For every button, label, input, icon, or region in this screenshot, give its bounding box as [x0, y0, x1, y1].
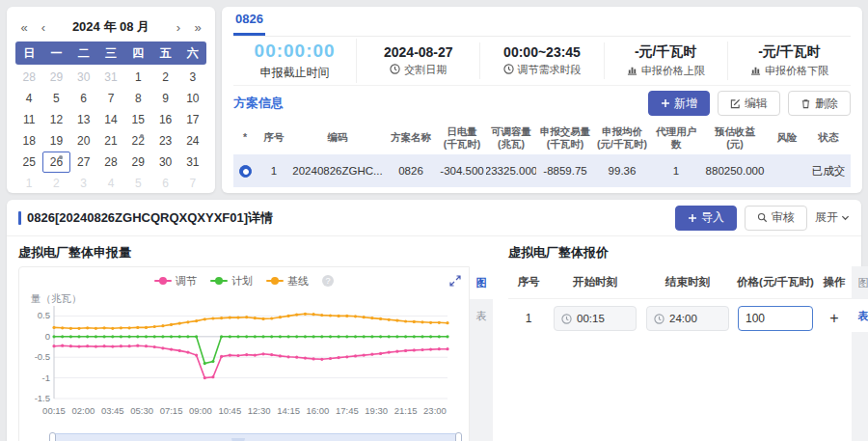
calendar-day[interactable]: 3 [179, 67, 206, 88]
calendar-day[interactable]: 25 [15, 152, 42, 173]
weekday-label: 六 [179, 45, 206, 62]
calendar-panel: « ‹ 2024 年 08 月 › » 日 一 二 三 四 五 六 282930… [7, 7, 215, 193]
add-button[interactable]: 新增 [648, 91, 710, 116]
calendar-day[interactable]: 26 [42, 152, 69, 173]
col-header: 申报交易量 (千瓦时) [536, 122, 594, 154]
tab-chart-view[interactable]: 图 [470, 266, 493, 299]
calendar-day[interactable]: 29 [124, 152, 151, 173]
tab-0826[interactable]: 0826 [233, 12, 265, 36]
calendar-day[interactable]: 4 [97, 173, 124, 194]
svg-text:-1.5: -1.5 [35, 393, 50, 403]
svg-text:19:30: 19:30 [365, 405, 388, 416]
calendar-day[interactable]: 22 [124, 130, 151, 152]
cell-adjustable-capacity: 23325.000 [486, 154, 536, 187]
calendar-day[interactable]: 7 [179, 173, 206, 194]
next-year-icon[interactable]: » [191, 20, 204, 35]
cell-code: 20240826ZGHC... [291, 154, 384, 187]
calendar-day[interactable]: 1 [15, 173, 42, 194]
calendar-day[interactable]: 4 [15, 88, 42, 109]
weekday-label: 四 [124, 45, 151, 62]
calendar-day[interactable]: 21 [97, 130, 124, 152]
fullscreen-icon[interactable] [449, 275, 461, 289]
datazoom-right-handle[interactable] [455, 432, 462, 441]
cell-status: 已成交 [806, 154, 851, 187]
weekday-label: 二 [70, 45, 97, 62]
add-row-button[interactable]: + [829, 311, 838, 326]
calendar-day[interactable]: 28 [15, 67, 42, 88]
calendar-day[interactable]: 16 [151, 109, 178, 130]
calendar-day[interactable]: 18 [15, 130, 42, 152]
calendar-day[interactable]: 14 [97, 109, 124, 130]
summary-price-lower: -元/千瓦时 申报价格下限 [728, 41, 851, 80]
price-input[interactable] [738, 306, 813, 331]
calendar-day[interactable]: 9 [151, 88, 178, 109]
svg-text:02:00: 02:00 [71, 405, 95, 416]
tab-table-view[interactable]: 表 [470, 299, 493, 332]
calendar-day[interactable]: 31 [179, 152, 206, 173]
calendar-day[interactable]: 5 [124, 173, 151, 194]
legend-item[interactable]: 计划 [210, 274, 253, 289]
datazoom-left-handle[interactable] [49, 432, 56, 441]
calendar-day[interactable]: 28 [97, 152, 124, 173]
quote-wrap: 序号 开始时刻 结束时刻 价格(元/千瓦时) 操作 1 00:15 [508, 266, 868, 441]
legend-item[interactable]: 调节 [154, 274, 197, 289]
calendar-day[interactable]: 20 [70, 130, 97, 152]
svg-text:16:00: 16:00 [307, 405, 330, 416]
declaration-chart-box: 调节计划基线? 量（兆瓦） 0.50-0.5-1-1.500:1502:0003… [18, 266, 470, 441]
col-header: 日电量 (千瓦时) [438, 122, 486, 154]
review-button[interactable]: 审核 [745, 206, 807, 231]
col-header: 风险 [768, 122, 806, 154]
calendar-day[interactable]: 29 [42, 67, 69, 88]
detail-title: 0826[20240826ZGHCQRQXQXYXF01]详情 [18, 209, 273, 227]
calendar-day[interactable]: 31 [97, 67, 124, 88]
calendar-day[interactable]: 7 [97, 88, 124, 109]
deadline-label: 申报截止时间 [233, 65, 356, 81]
calendar-day[interactable]: 2 [151, 67, 178, 88]
edit-icon [730, 98, 741, 109]
tab-table-view[interactable]: 表 [852, 299, 868, 332]
expand-toggle[interactable]: 展开 [815, 206, 850, 231]
calendar-day[interactable]: 2 [42, 173, 69, 194]
prev-month-icon[interactable]: ‹ [37, 20, 50, 35]
price-upper-value: -元/千瓦时 [605, 43, 727, 61]
legend-help-icon[interactable]: ? [322, 275, 334, 287]
delete-button[interactable]: 删除 [788, 91, 851, 116]
calendar-day[interactable]: 15 [124, 109, 151, 130]
calendar-day[interactable]: 12 [42, 109, 69, 130]
tab-chart-view[interactable]: 图 [852, 266, 868, 299]
calendar-day[interactable]: 30 [70, 67, 97, 88]
calendar-day[interactable]: 10 [179, 88, 206, 109]
calendar-day[interactable]: 6 [70, 88, 97, 109]
svg-text:00:15: 00:15 [42, 405, 66, 416]
start-time-field[interactable]: 00:15 [554, 306, 637, 331]
calendar-day[interactable]: 17 [179, 109, 206, 130]
row-radio[interactable] [239, 165, 252, 178]
import-button[interactable]: 导入 [675, 206, 737, 231]
prev-year-icon[interactable]: « [17, 20, 31, 35]
price-lower-value: -元/千瓦时 [728, 43, 851, 61]
edit-button[interactable]: 编辑 [718, 91, 780, 116]
calendar-day[interactable]: 1 [124, 67, 151, 88]
chart-datazoom-slider[interactable] [50, 433, 461, 441]
end-time-field[interactable]: 24:00 [646, 306, 729, 331]
calendar-day[interactable]: 6 [151, 173, 178, 194]
cell-estimated-revenue: 880250.000 [702, 154, 768, 187]
legend-item[interactable]: 基线 [266, 274, 309, 289]
next-month-icon[interactable]: › [172, 20, 185, 35]
detail-body: 虚拟电厂整体申报量 调节计划基线? 量（兆瓦） 0.50-0.5-1-1.500… [7, 236, 861, 441]
calendar-day[interactable]: 19 [42, 130, 69, 152]
calendar-day[interactable]: 30 [151, 152, 178, 173]
calendar-day[interactable]: 5 [42, 88, 69, 109]
calendar-day[interactable]: 8 [124, 88, 151, 109]
calendar-day[interactable]: 27 [70, 152, 97, 173]
summary-demand-period: 00:00~23:45 调节需求时段 [480, 42, 604, 79]
quote-table: 序号 开始时刻 结束时刻 价格(元/千瓦时) 操作 1 00:15 [508, 266, 852, 441]
page: « ‹ 2024 年 08 月 › » 日 一 二 三 四 五 六 282930… [0, 0, 868, 441]
calendar-day[interactable]: 23 [151, 130, 178, 152]
calendar-day[interactable]: 3 [70, 173, 97, 194]
calendar-day[interactable]: 24 [179, 130, 206, 152]
cell-daily-energy: -304.500 [438, 154, 486, 187]
svg-text:03:45: 03:45 [101, 405, 124, 416]
calendar-day[interactable]: 11 [15, 109, 42, 130]
calendar-day[interactable]: 13 [70, 109, 97, 130]
